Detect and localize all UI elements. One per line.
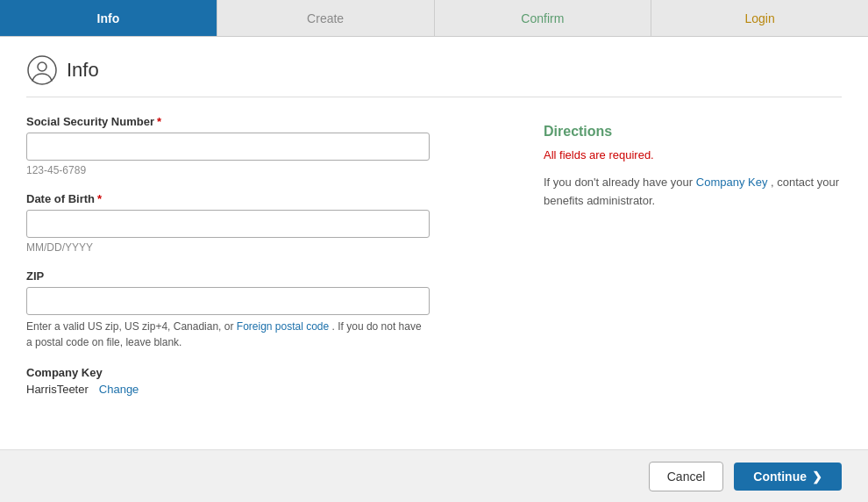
zip-hint-link[interactable]: Foreign postal code [237, 320, 329, 333]
user-circle-icon [26, 54, 58, 86]
zip-hint: Enter a valid US zip, US zip+4, Canadian… [26, 319, 430, 350]
page-header: Info [26, 54, 842, 97]
tab-confirm[interactable]: Confirm [435, 0, 652, 36]
directions-section: Directions All fields are required. If y… [544, 115, 842, 396]
dob-input[interactable] [26, 210, 430, 238]
zip-field-group: ZIP Enter a valid US zip, US zip+4, Cana… [26, 269, 509, 350]
company-key-row: HarrisTeeter Change [26, 383, 509, 396]
ssn-input[interactable] [26, 133, 430, 161]
ssn-hint: 123-45-6789 [26, 164, 509, 176]
dob-label: Date of Birth* [26, 192, 509, 205]
dob-field-group: Date of Birth* MM/DD/YYYY [26, 192, 509, 254]
zip-label: ZIP [26, 269, 509, 283]
continue-arrow-icon: ❯ [812, 470, 822, 484]
page-title: Info [67, 59, 99, 82]
company-key-change-link[interactable]: Change [99, 383, 139, 396]
tab-info[interactable]: Info [0, 0, 217, 36]
company-key-section: Company Key HarrisTeeter Change [26, 366, 509, 396]
zip-input[interactable] [26, 287, 430, 315]
footer: Cancel Continue ❯ [0, 449, 868, 502]
tab-create[interactable]: Create [217, 0, 435, 36]
svg-point-1 [38, 62, 46, 71]
ssn-field-group: Social Security Number* 123-45-6789 [26, 115, 509, 176]
company-key-label: Company Key [26, 366, 509, 379]
cancel-button[interactable]: Cancel [649, 462, 724, 491]
tab-login[interactable]: Login [651, 0, 868, 36]
ssn-required-star: * [157, 115, 161, 128]
dob-hint: MM/DD/YYYY [26, 241, 509, 254]
dob-required-star: * [97, 192, 102, 205]
tab-bar: Info Create Confirm Login [0, 0, 868, 37]
continue-button[interactable]: Continue ❯ [734, 463, 842, 491]
directions-title: Directions [544, 124, 842, 140]
directions-company-key-link[interactable]: Company Key [696, 176, 768, 189]
ssn-label: Social Security Number* [26, 115, 509, 128]
form-section: Social Security Number* 123-45-6789 Date… [26, 115, 509, 396]
directions-note: If you don't already have your Company K… [544, 174, 842, 211]
main-content: Info Social Security Number* 123-45-6789… [0, 37, 868, 449]
company-key-value: HarrisTeeter [26, 383, 89, 396]
content-grid: Social Security Number* 123-45-6789 Date… [26, 115, 842, 396]
directions-required-text: All fields are required. [544, 148, 842, 161]
